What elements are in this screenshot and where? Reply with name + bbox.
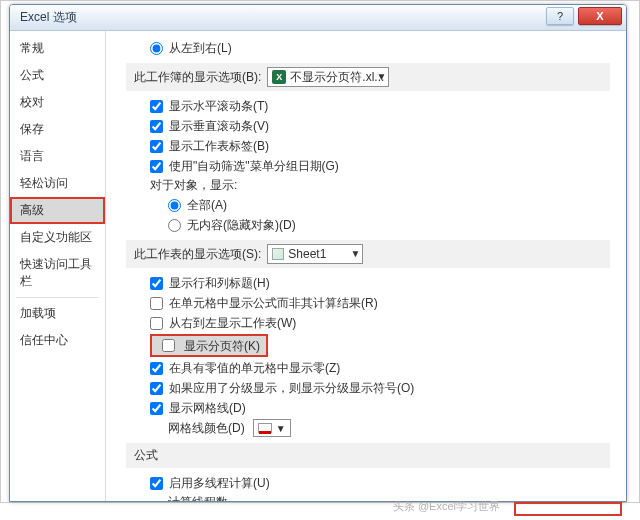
window-title: Excel 选项 xyxy=(20,9,77,26)
sidebar-item-proofing[interactable]: 校对 xyxy=(10,89,105,116)
objects-label: 对于对象，显示: xyxy=(150,177,610,194)
chk-rtl-sheet[interactable]: 从右到左显示工作表(W) xyxy=(150,314,610,332)
sidebar-item-save[interactable]: 保存 xyxy=(10,116,105,143)
group-title: 此工作表的显示选项(S): xyxy=(134,246,261,263)
sidebar-item-general[interactable]: 常规 xyxy=(10,35,105,62)
checkbox-input[interactable] xyxy=(150,120,163,133)
chk-outline-symbols[interactable]: 如果应用了分级显示，则显示分级显示符号(O) xyxy=(150,379,610,397)
chk-headers[interactable]: 显示行和列标题(H) xyxy=(150,274,610,292)
category-sidebar: 常规 公式 校对 保存 语言 轻松访问 高级 自定义功能区 快速访问工具栏 加载… xyxy=(10,31,106,501)
combo-value: Sheet1 xyxy=(288,247,326,261)
checkbox-label: 如果应用了分级显示，则显示分级显示符号(O) xyxy=(169,379,414,397)
annotation-box xyxy=(514,502,622,516)
chevron-down-icon: ▼ xyxy=(350,248,360,259)
close-button[interactable]: X xyxy=(578,7,622,25)
worksheet-display-group: 此工作表的显示选项(S): Sheet1 ▼ xyxy=(126,240,610,268)
checkbox-input[interactable] xyxy=(150,297,163,310)
checkbox-label: 显示分页符(K) xyxy=(184,337,260,355)
watermark-text: 头条 @Excel学习世界 xyxy=(393,499,500,514)
chk-vscroll[interactable]: 显示垂直滚动条(V) xyxy=(150,117,610,135)
sidebar-item-formulas[interactable]: 公式 xyxy=(10,62,105,89)
workbook-combo[interactable]: X 不显示分页符.xl... ▼ xyxy=(267,67,389,87)
chk-sheettabs[interactable]: 显示工作表标签(B) xyxy=(150,137,610,155)
thread-count-label: 计算线程数 xyxy=(168,494,610,501)
excel-file-icon: X xyxy=(272,70,286,84)
chk-multithread[interactable]: 启用多线程计算(U) xyxy=(150,474,610,492)
checkbox-input[interactable] xyxy=(150,362,163,375)
chk-gridlines[interactable]: 显示网格线(D) xyxy=(150,399,610,417)
radio-label: 全部(A) xyxy=(187,196,227,214)
checkbox-label: 显示网格线(D) xyxy=(169,399,246,417)
sidebar-item-addins[interactable]: 加载项 xyxy=(10,300,105,327)
content-panel: 从左到右(L) 此工作簿的显示选项(B): X 不显示分页符.xl... ▼ 显… xyxy=(106,31,626,501)
formula-group: 公式 xyxy=(126,443,610,468)
sidebar-item-advanced[interactable]: 高级 xyxy=(10,197,105,224)
chk-show-page-breaks[interactable]: 显示分页符(K) xyxy=(150,334,268,357)
checkbox-label: 在具有零值的单元格中显示零(Z) xyxy=(169,359,340,377)
divider xyxy=(16,297,99,298)
orientation-ltr[interactable]: 从左到右(L) xyxy=(150,39,610,57)
chk-autofilter-group-dates[interactable]: 使用"自动筛选"菜单分组日期(G) xyxy=(150,157,610,175)
chevron-down-icon: ▼ xyxy=(376,71,386,82)
chk-show-formulas[interactable]: 在单元格中显示公式而非其计算结果(R) xyxy=(150,294,610,312)
radio-input[interactable] xyxy=(168,199,181,212)
checkbox-input[interactable] xyxy=(162,339,175,352)
checkbox-label: 显示水平滚动条(T) xyxy=(169,97,268,115)
chk-hscroll[interactable]: 显示水平滚动条(T) xyxy=(150,97,610,115)
sidebar-item-accessibility[interactable]: 轻松访问 xyxy=(10,170,105,197)
checkbox-input[interactable] xyxy=(150,382,163,395)
radio-input[interactable] xyxy=(168,219,181,232)
objects-all[interactable]: 全部(A) xyxy=(168,196,610,214)
sidebar-item-language[interactable]: 语言 xyxy=(10,143,105,170)
combo-value: 不显示分页符.xl... xyxy=(290,69,384,86)
checkbox-input[interactable] xyxy=(150,140,163,153)
sidebar-item-customize-ribbon[interactable]: 自定义功能区 xyxy=(10,224,105,251)
checkbox-label: 启用多线程计算(U) xyxy=(169,474,270,492)
radio-input[interactable] xyxy=(150,42,163,55)
checkbox-label: 从右到左显示工作表(W) xyxy=(169,314,296,332)
checkbox-input[interactable] xyxy=(150,477,163,490)
group-title: 公式 xyxy=(134,447,158,464)
checkbox-label: 在单元格中显示公式而非其计算结果(R) xyxy=(169,294,378,312)
radio-label: 无内容(隐藏对象)(D) xyxy=(187,216,296,234)
help-button[interactable]: ? xyxy=(546,7,574,25)
sidebar-item-quick-access[interactable]: 快速访问工具栏 xyxy=(10,251,105,295)
checkbox-input[interactable] xyxy=(150,317,163,330)
objects-nothing[interactable]: 无内容(隐藏对象)(D) xyxy=(168,216,610,234)
checkbox-input[interactable] xyxy=(150,100,163,113)
checkbox-input[interactable] xyxy=(150,402,163,415)
checkbox-input[interactable] xyxy=(150,160,163,173)
checkbox-label: 显示行和列标题(H) xyxy=(169,274,270,292)
checkbox-label: 使用"自动筛选"菜单分组日期(G) xyxy=(169,157,339,175)
radio-label: 从左到右(L) xyxy=(169,39,232,57)
group-title: 此工作簿的显示选项(B): xyxy=(134,69,261,86)
sidebar-item-trust-center[interactable]: 信任中心 xyxy=(10,327,105,354)
options-dialog: Excel 选项 ? X 常规 公式 校对 保存 语言 轻松访问 高级 自定义功… xyxy=(9,4,627,502)
titlebar: Excel 选项 ? X xyxy=(10,5,626,31)
workbook-display-group: 此工作簿的显示选项(B): X 不显示分页符.xl... ▼ xyxy=(126,63,610,91)
checkbox-label: 显示工作表标签(B) xyxy=(169,137,269,155)
worksheet-combo[interactable]: Sheet1 ▼ xyxy=(267,244,363,264)
color-swatch-icon xyxy=(258,423,272,433)
checkbox-label: 显示垂直滚动条(V) xyxy=(169,117,269,135)
gridline-color-label: 网格线颜色(D) xyxy=(168,420,245,437)
gridline-color-row: 网格线颜色(D) ▼ xyxy=(168,419,610,437)
chevron-down-icon: ▼ xyxy=(276,423,286,434)
checkbox-input[interactable] xyxy=(150,277,163,290)
sheet-icon xyxy=(272,248,284,260)
chk-show-zero[interactable]: 在具有零值的单元格中显示零(Z) xyxy=(150,359,610,377)
gridline-color-picker[interactable]: ▼ xyxy=(253,419,291,437)
